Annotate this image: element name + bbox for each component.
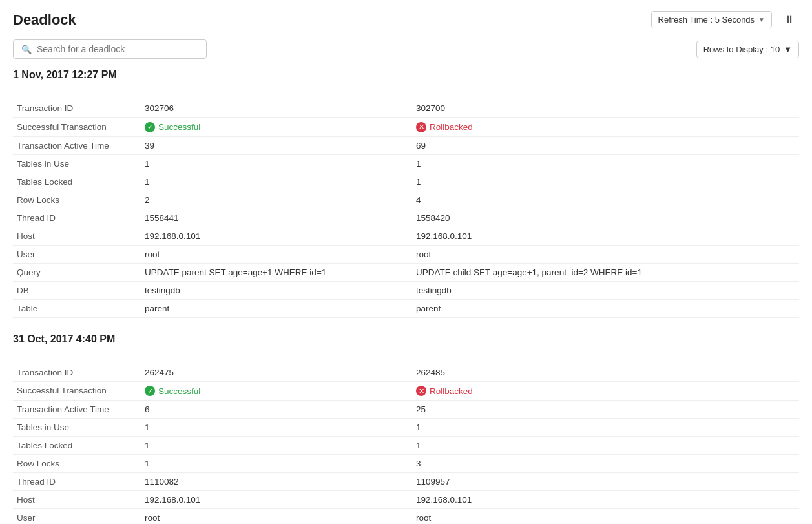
row-label: Tables Locked bbox=[13, 173, 142, 191]
row-label: Successful Transaction bbox=[13, 381, 142, 401]
row-value-1: 2 bbox=[142, 191, 413, 209]
row-value-1: testingdb bbox=[142, 281, 413, 299]
table-row: Tables Locked11 bbox=[13, 173, 799, 191]
status-badge-rollback: ✕Rollbacked bbox=[416, 386, 473, 396]
row-value-1: 1 bbox=[142, 154, 413, 173]
status-badge-success: ✓Successful bbox=[145, 386, 200, 396]
table-row: Transaction ID262475262485 bbox=[13, 364, 799, 382]
table-row: QueryUPDATE parent SET age=age+1 WHERE i… bbox=[13, 263, 799, 281]
table-row: Tables Locked11 bbox=[13, 437, 799, 455]
status-badge-success: ✓Successful bbox=[145, 122, 200, 132]
row-label: Transaction ID bbox=[13, 364, 142, 382]
row-label: Successful Transaction bbox=[13, 118, 142, 137]
row-value-1: 192.168.0.101 bbox=[142, 227, 413, 245]
row-value-1: UPDATE parent SET age=age+1 WHERE id=1 bbox=[142, 263, 413, 281]
refresh-time-label: Refresh Time : 5 Seconds bbox=[658, 15, 755, 25]
table-row: DBtestingdbtestingdb bbox=[13, 281, 799, 299]
check-icon: ✓ bbox=[145, 386, 155, 396]
page-header: Deadlock Refresh Time : 5 Seconds ▼ ⏸ bbox=[13, 10, 799, 29]
row-label: Transaction Active Time bbox=[13, 136, 142, 154]
row-label: Row Locks bbox=[13, 455, 142, 473]
table-row: Successful Transaction✓Successful✕Rollba… bbox=[13, 381, 799, 401]
table-row: Host192.168.0.101192.168.0.101 bbox=[13, 491, 799, 509]
row-label: Thread ID bbox=[13, 473, 142, 491]
search-box[interactable]: 🔍 bbox=[13, 39, 207, 59]
row-value-1: 1558441 bbox=[142, 209, 413, 227]
row-value-2: ✕Rollbacked bbox=[413, 118, 799, 137]
row-value-2: 3 bbox=[413, 455, 799, 473]
table-row: Thread ID15584411558420 bbox=[13, 209, 799, 227]
row-label: Tables in Use bbox=[13, 154, 142, 173]
row-label: Tables in Use bbox=[13, 419, 142, 437]
row-value-2: 1 bbox=[413, 419, 799, 437]
row-label: Transaction Active Time bbox=[13, 401, 142, 419]
table-row: Host192.168.0.101192.168.0.101 bbox=[13, 227, 799, 245]
rows-display-dropdown[interactable]: Rows to Display : 10 ▼ bbox=[696, 41, 799, 58]
row-value-1: 1110082 bbox=[142, 473, 413, 491]
row-value-1: 1 bbox=[142, 437, 413, 455]
row-value-1: 192.168.0.101 bbox=[142, 491, 413, 509]
row-value-1: ✓Successful bbox=[142, 381, 413, 401]
row-value-1: 302706 bbox=[142, 100, 413, 118]
table-row: Userrootroot bbox=[13, 509, 799, 525]
row-value-2: ✕Rollbacked bbox=[413, 381, 799, 401]
table-row: Transaction Active Time625 bbox=[13, 401, 799, 419]
deadlock-section-2: 31 Oct, 2017 4:40 PMTransaction ID262475… bbox=[13, 333, 799, 525]
pause-icon: ⏸ bbox=[784, 13, 795, 26]
table-row: Tables in Use11 bbox=[13, 154, 799, 173]
section-date-2: 31 Oct, 2017 4:40 PM bbox=[13, 333, 799, 348]
row-value-2: 192.168.0.101 bbox=[413, 227, 799, 245]
table-row: Row Locks13 bbox=[13, 455, 799, 473]
section-date-1: 1 Nov, 2017 12:27 PM bbox=[13, 69, 799, 83]
row-value-2: 4 bbox=[413, 191, 799, 209]
toolbar: 🔍 Rows to Display : 10 ▼ bbox=[13, 39, 799, 59]
table-row: Transaction Active Time3969 bbox=[13, 136, 799, 154]
rows-display-label: Rows to Display : 10 bbox=[703, 45, 780, 54]
row-value-1: root bbox=[142, 245, 413, 263]
row-value-2: 192.168.0.101 bbox=[413, 491, 799, 509]
row-value-2: parent bbox=[413, 299, 799, 317]
x-icon: ✕ bbox=[416, 122, 426, 132]
row-value-2: 1109957 bbox=[413, 473, 799, 491]
row-value-2: 1558420 bbox=[413, 209, 799, 227]
row-label: DB bbox=[13, 281, 142, 299]
row-value-2: 69 bbox=[413, 136, 799, 154]
row-value-1: parent bbox=[142, 299, 413, 317]
row-value-2: UPDATE child SET age=age+1, parent_id=2 … bbox=[413, 263, 799, 281]
row-value-1: 39 bbox=[142, 136, 413, 154]
search-input[interactable] bbox=[37, 44, 198, 54]
pause-button[interactable]: ⏸ bbox=[780, 10, 799, 29]
page-title: Deadlock bbox=[13, 12, 76, 28]
row-value-2: 25 bbox=[413, 401, 799, 419]
x-icon: ✕ bbox=[416, 386, 426, 396]
row-value-2: root bbox=[413, 509, 799, 525]
chevron-down-icon: ▼ bbox=[758, 16, 765, 23]
table-row: Userrootroot bbox=[13, 245, 799, 263]
row-value-1: ✓Successful bbox=[142, 118, 413, 137]
row-label: Transaction ID bbox=[13, 100, 142, 118]
deadlock-table-2: Transaction ID262475262485Successful Tra… bbox=[13, 364, 799, 525]
row-value-1: 6 bbox=[142, 401, 413, 419]
row-value-2: testingdb bbox=[413, 281, 799, 299]
table-row: Transaction ID302706302700 bbox=[13, 100, 799, 118]
row-label: Host bbox=[13, 227, 142, 245]
status-badge-rollback: ✕Rollbacked bbox=[416, 122, 473, 132]
row-value-1: 1 bbox=[142, 455, 413, 473]
row-label: Row Locks bbox=[13, 191, 142, 209]
row-value-2: 262485 bbox=[413, 364, 799, 382]
refresh-time-dropdown[interactable]: Refresh Time : 5 Seconds ▼ bbox=[651, 11, 772, 28]
table-row: Tableparentparent bbox=[13, 299, 799, 317]
row-label: Thread ID bbox=[13, 209, 142, 227]
row-value-2: 1 bbox=[413, 437, 799, 455]
row-label: Table bbox=[13, 299, 142, 317]
row-value-1: root bbox=[142, 509, 413, 525]
row-value-2: 1 bbox=[413, 173, 799, 191]
chevron-down-icon: ▼ bbox=[784, 45, 792, 54]
header-controls: Refresh Time : 5 Seconds ▼ ⏸ bbox=[651, 10, 799, 29]
table-row: Successful Transaction✓Successful✕Rollba… bbox=[13, 118, 799, 137]
table-row: Tables in Use11 bbox=[13, 419, 799, 437]
row-value-1: 1 bbox=[142, 419, 413, 437]
row-label: User bbox=[13, 245, 142, 263]
deadlock-table-1: Transaction ID302706302700Successful Tra… bbox=[13, 100, 799, 318]
section-divider bbox=[13, 353, 799, 353]
